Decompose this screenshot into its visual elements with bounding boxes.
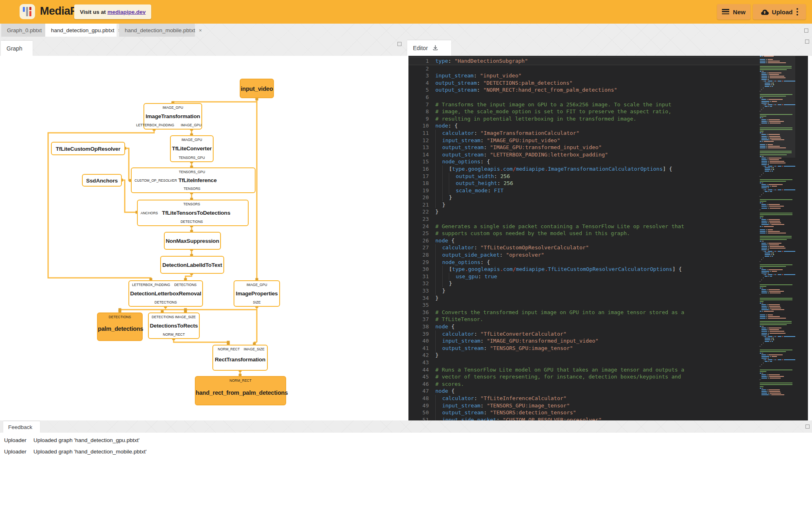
code-text: scale_mode: FIT (435, 187, 503, 194)
graph-node-palm-detections[interactable]: palm_detectionsDETECTIONS (97, 312, 143, 341)
tab-graph[interactable]: Graph (1, 41, 33, 56)
code-line-2[interactable]: 2 (408, 65, 760, 73)
code-line-31[interactable]: 31use_gpu: true (408, 273, 760, 280)
graph-node-hand-rect-from-palm-detections[interactable]: hand_rect_from_palm_detectionsNORM_RECT (195, 376, 286, 405)
graph-node-detection-label-id-to-text[interactable]: DetectionLabelIdToText (160, 256, 224, 274)
line-number: 11 (408, 130, 435, 137)
code-line-28[interactable]: 28output_side_packet: "opresolver" (408, 251, 760, 259)
code-line-13[interactable]: 13output_stream: "IMAGE_GPU:transformed_… (408, 144, 760, 151)
code-line-44[interactable]: 44# Runs a TensorFlow Lite model on GPU … (408, 366, 760, 374)
graph-node-tflite-converter[interactable]: TfLiteConverterIMAGE_GPUTENSORS_GPU (170, 135, 214, 162)
code-line-41[interactable]: 41output_stream: "TENSORS_GPU:image_tens… (408, 345, 760, 352)
code-line-3[interactable]: 3input_stream: "input_video" (408, 72, 760, 79)
graph-node-rect-transformation[interactable]: RectTransformationNORM_RECTIMAGE_SIZE (212, 345, 268, 371)
code-line-29[interactable]: 29node_options: { (408, 259, 760, 266)
code-line-6[interactable]: 6 (408, 94, 760, 101)
code-editor[interactable]: 1type: "HandDetectionSubgraph"23input_st… (408, 56, 808, 420)
top-popout-icon[interactable] (804, 29, 808, 33)
code-line-27[interactable]: 27calculator: "TfLiteCustomOpResolverCal… (408, 244, 760, 251)
graph-node-image-transformation[interactable]: ImageTransformationIMAGE_GPULETTERBOX_PA… (143, 103, 202, 130)
graph-node-tflite-inference[interactable]: TfLiteInferenceTENSORS_GPUTENSORSCUSTOM_… (131, 167, 256, 193)
code-line-26[interactable]: 26node { (408, 237, 760, 244)
graph-node-tflite-tensors-to-detections[interactable]: TfLiteTensorsToDetectionsTENSORSDETECTIO… (137, 200, 249, 226)
code-line-30[interactable]: 30[type.googleapis.com/mediapipe.TfLiteC… (408, 266, 760, 273)
editor-minimap[interactable] (760, 56, 795, 420)
graph-node-detection-letterbox-removal[interactable]: DetectionLetterboxRemovalLETTERBOX_PADDI… (128, 280, 203, 307)
code-line-7[interactable]: 7# Transforms the input image on GPU to … (408, 101, 760, 108)
code-line-50[interactable]: 50output_stream: "TENSORS:detection_tens… (408, 409, 760, 416)
graph-popout-icon[interactable] (397, 42, 402, 46)
code-line-15[interactable]: 15node_options: { (408, 158, 760, 165)
graph-node-tflite-custom-op-resolver[interactable]: TfLiteCustomOpResolver (51, 142, 125, 155)
code-line-33[interactable]: 33} (408, 287, 760, 295)
output-port-label: DETECTIONS (181, 220, 203, 224)
code-line-20[interactable]: 20} (408, 194, 760, 201)
code-line-43[interactable]: 43 (408, 359, 760, 366)
code-line-24[interactable]: 24# Generates a single side packet conta… (408, 223, 760, 230)
new-button[interactable]: New (717, 4, 750, 20)
line-number: 26 (408, 237, 435, 244)
file-tab-Graph_0.pbtxt[interactable]: Graph_0.pbtxt× (1, 24, 45, 37)
code-line-9[interactable]: 9# resulting in potential letterboxing i… (408, 115, 760, 123)
code-area[interactable]: 1type: "HandDetectionSubgraph"23input_st… (408, 57, 760, 420)
code-line-37[interactable]: 37# TfLiteTensor. (408, 316, 760, 323)
code-line-17[interactable]: 17output_width: 256 (408, 173, 760, 180)
code-line-1[interactable]: 1type: "HandDetectionSubgraph" (408, 57, 760, 65)
graph-node-ssd-anchors[interactable]: SsdAnchors (82, 174, 122, 187)
code-line-10[interactable]: 10node: { (408, 122, 760, 130)
code-line-32[interactable]: 32} (408, 280, 760, 287)
code-line-18[interactable]: 18output_height: 256 (408, 180, 760, 187)
graph-node-image-properties[interactable]: ImagePropertiesIMAGE_GPUSIZE (234, 280, 280, 307)
code-line-21[interactable]: 21} (408, 201, 760, 209)
code-line-14[interactable]: 14output_stream: "LETTERBOX_PADDING:lett… (408, 151, 760, 158)
code-line-25[interactable]: 25# supports custom ops needed by the mo… (408, 230, 760, 237)
code-line-42[interactable]: 42} (408, 352, 760, 359)
mediapipe-dev-link[interactable]: mediapipe.dev (108, 9, 146, 15)
graph-node-non-max-suppression[interactable]: NonMaxSuppression (164, 232, 221, 250)
node-title: TfLiteCustomOpResolver (52, 146, 124, 152)
code-line-45[interactable]: 45# vector of tensors representing, for … (408, 373, 760, 381)
code-line-38[interactable]: 38node { (408, 323, 760, 330)
editor-tab-label: Editor (413, 45, 428, 51)
download-icon[interactable] (432, 45, 439, 51)
code-line-40[interactable]: 40input_stream: "IMAGE_GPU:transformed_i… (408, 337, 760, 345)
code-line-22[interactable]: 22} (408, 208, 760, 216)
code-line-34[interactable]: 34} (408, 295, 760, 302)
code-line-12[interactable]: 12input_stream: "IMAGE_GPU:input_video" (408, 137, 760, 144)
code-text: calculator: "ImageTransformationCalculat… (435, 130, 579, 137)
upload-more-options-icon[interactable] (797, 8, 798, 15)
file-tab-hand_detection_mobile.pbtxt[interactable]: hand_detection_mobile.pbtxt× (119, 24, 195, 37)
tab-feedback[interactable]: Feedback (3, 421, 40, 433)
code-line-48[interactable]: 48calculator: "TfLiteInferenceCalculator… (408, 395, 760, 402)
graph-canvas[interactable]: input_videoImageTransformationIMAGE_GPUL… (0, 56, 408, 420)
graph-node-input-video[interactable]: input_video (240, 79, 274, 98)
code-line-49[interactable]: 49input_stream: "TENSORS_GPU:image_tenso… (408, 402, 760, 409)
code-line-11[interactable]: 11calculator: "ImageTransformationCalcul… (408, 130, 760, 137)
side-port-label: ANCHORS (141, 211, 158, 215)
code-text: # Generates a single side packet contain… (435, 223, 684, 230)
code-line-36[interactable]: 36# Converts the transformed input image… (408, 309, 760, 316)
line-number: 14 (408, 151, 435, 158)
file-tab-hand_detection_gpu.pbtxt[interactable]: hand_detection_gpu.pbtxt× (45, 24, 117, 37)
code-line-47[interactable]: 47node { (408, 387, 760, 395)
code-line-5[interactable]: 5output_stream: "NORM_RECT:hand_rect_fro… (408, 86, 760, 94)
code-line-4[interactable]: 4output_stream: "DETECTIONS:palm_detecti… (408, 79, 760, 87)
upload-button[interactable]: Upload (753, 4, 806, 20)
graph-node-detections-to-rects[interactable]: DetectionsToRectsDETECTIONSIMAGE_SIZENOR… (148, 312, 200, 339)
code-line-51[interactable]: 51input_side_packet: "CUSTOM_OP_RESOLVER… (408, 416, 760, 420)
code-line-23[interactable]: 23 (408, 216, 760, 223)
editor-popout-icon[interactable] (805, 40, 809, 44)
file-tab-label: hand_detection_mobile.pbtxt (125, 27, 195, 33)
code-line-46[interactable]: 46# scores. (408, 381, 760, 388)
feedback-popout-icon[interactable] (805, 425, 810, 429)
tab-editor[interactable]: Editor (407, 40, 451, 56)
visit-us-button[interactable]: Visit us at mediapipe.dev (74, 4, 151, 19)
code-line-19[interactable]: 19scale_mode: FIT (408, 187, 760, 194)
minimap-viewport[interactable] (760, 56, 795, 158)
node-title: DetectionsToRects (149, 323, 199, 329)
code-line-8[interactable]: 8# image, the scale_mode option is set t… (408, 108, 760, 115)
code-line-39[interactable]: 39calculator: "TfLiteConverterCalculator… (408, 330, 760, 338)
code-line-16[interactable]: 16[type.googleapis.com/mediapipe.ImageTr… (408, 165, 760, 173)
close-tab-icon[interactable]: × (199, 27, 202, 33)
code-line-35[interactable]: 35 (408, 301, 760, 309)
